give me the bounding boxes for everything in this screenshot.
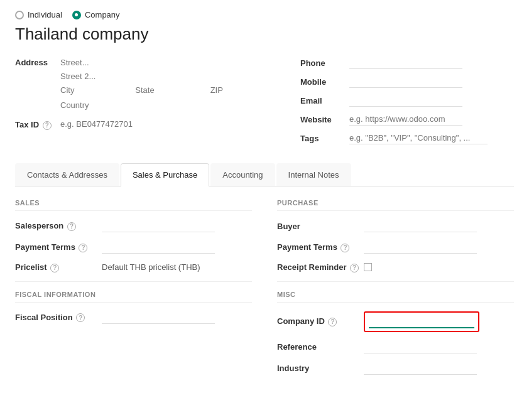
individual-radio[interactable] bbox=[15, 11, 24, 19]
industry-row: Industry bbox=[277, 362, 514, 375]
radio-group: Individual Company bbox=[15, 10, 514, 19]
address-label: Address bbox=[15, 57, 53, 67]
receipt-reminder-row: Receipt Reminder ? bbox=[277, 262, 514, 272]
salesperson-label: Salesperson ? bbox=[15, 221, 97, 231]
purchase-payment-terms-row: Payment Terms ? bbox=[277, 241, 514, 254]
purchase-payment-terms-input[interactable] bbox=[364, 241, 477, 254]
company-id-row: Company ID ? bbox=[277, 311, 514, 332]
receipt-reminder-checkbox[interactable] bbox=[364, 263, 372, 271]
pricelist-value: Default THB pricelist (THB) bbox=[102, 262, 200, 272]
state-input[interactable] bbox=[135, 84, 200, 97]
payment-terms-row: Payment Terms ? bbox=[15, 241, 252, 254]
company-label: Company bbox=[85, 10, 120, 19]
tab-internal-notes[interactable]: Internal Notes bbox=[276, 163, 351, 186]
tags-label: Tags bbox=[300, 134, 344, 143]
mobile-input[interactable] bbox=[349, 75, 462, 88]
pricelist-label: Pricelist ? bbox=[15, 262, 97, 272]
individual-label: Individual bbox=[28, 10, 62, 19]
phone-input[interactable] bbox=[349, 57, 462, 69]
purchase-payment-terms-label: Payment Terms ? bbox=[277, 242, 359, 252]
salesperson-help-icon[interactable]: ? bbox=[67, 222, 76, 231]
tags-row: Tags bbox=[300, 132, 514, 144]
taxid-input[interactable] bbox=[60, 118, 275, 131]
company-id-box bbox=[364, 311, 479, 332]
tab-content: SALES Salesperson ? Payment Terms ? Pric… bbox=[15, 199, 514, 384]
right-col: PURCHASE Buyer Payment Terms ? Receipt R… bbox=[277, 199, 514, 384]
fiscal-section-header: FISCAL INFORMATION bbox=[15, 291, 252, 303]
tab-sales-purchase[interactable]: Sales & Purchase bbox=[121, 163, 209, 186]
company-id-label: Company ID ? bbox=[277, 316, 359, 326]
left-col: SALES Salesperson ? Payment Terms ? Pric… bbox=[15, 199, 252, 384]
company-id-input[interactable] bbox=[369, 315, 474, 328]
top-form: Address Tax ID ? Phone bbox=[15, 57, 514, 151]
company-id-help-icon[interactable]: ? bbox=[328, 318, 337, 326]
reference-label: Reference bbox=[277, 342, 359, 352]
payment-terms-input[interactable] bbox=[102, 241, 215, 254]
company-radio[interactable] bbox=[72, 11, 81, 19]
email-label: Email bbox=[300, 96, 344, 105]
taxid-row: Tax ID ? bbox=[15, 118, 275, 132]
buyer-label: Buyer bbox=[277, 222, 359, 231]
sales-section-header: SALES bbox=[15, 199, 252, 211]
fiscal-position-help-icon[interactable]: ? bbox=[76, 313, 85, 322]
individual-option[interactable]: Individual bbox=[15, 10, 62, 19]
reference-input[interactable] bbox=[364, 341, 477, 353]
industry-input[interactable] bbox=[364, 362, 477, 375]
fiscal-position-row: Fiscal Position ? bbox=[15, 311, 252, 324]
address-row: Address bbox=[15, 57, 275, 113]
salesperson-row: Salesperson ? bbox=[15, 220, 252, 232]
street2-input[interactable] bbox=[60, 70, 275, 83]
zip-input[interactable] bbox=[210, 84, 275, 97]
form-left: Address Tax ID ? bbox=[15, 57, 275, 151]
address-fields bbox=[60, 57, 275, 113]
phone-row: Phone bbox=[300, 57, 514, 69]
pricelist-row: Pricelist ? Default THB pricelist (THB) bbox=[15, 262, 252, 272]
reference-row: Reference bbox=[277, 341, 514, 353]
buyer-row: Buyer bbox=[277, 220, 514, 232]
tab-contacts[interactable]: Contacts & Addresses bbox=[15, 163, 119, 186]
taxid-help-icon[interactable]: ? bbox=[43, 121, 52, 130]
buyer-input[interactable] bbox=[364, 220, 477, 232]
page-title: Thailand company bbox=[15, 24, 514, 44]
mobile-row: Mobile bbox=[300, 75, 514, 88]
tags-input[interactable] bbox=[349, 132, 488, 144]
website-label: Website bbox=[300, 115, 344, 124]
purchase-section-header: PURCHASE bbox=[277, 199, 514, 211]
salesperson-input[interactable] bbox=[102, 220, 215, 232]
purchase-payment-terms-help-icon[interactable]: ? bbox=[341, 244, 349, 252]
payment-terms-help-icon[interactable]: ? bbox=[79, 244, 87, 252]
phone-label: Phone bbox=[300, 58, 344, 68]
street-input[interactable] bbox=[60, 57, 275, 69]
tab-accounting[interactable]: Accounting bbox=[210, 163, 275, 186]
pricelist-help-icon[interactable]: ? bbox=[50, 264, 59, 272]
receipt-reminder-help-icon[interactable]: ? bbox=[350, 264, 359, 272]
fiscal-position-input[interactable] bbox=[102, 311, 215, 324]
company-option[interactable]: Company bbox=[72, 10, 120, 19]
tabs: Contacts & Addresses Sales & Purchase Ac… bbox=[15, 163, 514, 186]
city-input[interactable] bbox=[60, 84, 125, 97]
receipt-reminder-label: Receipt Reminder ? bbox=[277, 262, 359, 272]
city-state-row bbox=[60, 84, 275, 98]
email-row: Email bbox=[300, 94, 514, 107]
country-input[interactable] bbox=[60, 99, 275, 112]
email-input[interactable] bbox=[349, 94, 462, 107]
form-right: Phone Mobile Email Website Tags bbox=[300, 57, 514, 151]
taxid-label: Tax ID ? bbox=[15, 120, 53, 130]
website-input[interactable] bbox=[349, 113, 462, 126]
payment-terms-label: Payment Terms ? bbox=[15, 242, 97, 252]
misc-section-header: MISC bbox=[277, 291, 514, 303]
industry-label: Industry bbox=[277, 363, 359, 373]
website-row: Website bbox=[300, 113, 514, 126]
fiscal-position-label: Fiscal Position ? bbox=[15, 313, 97, 323]
mobile-label: Mobile bbox=[300, 77, 344, 87]
